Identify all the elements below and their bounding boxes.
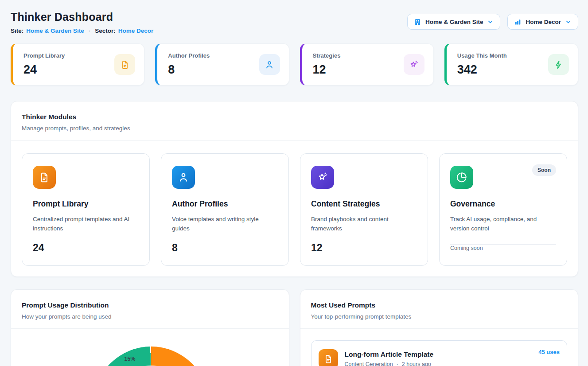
sector-label: Sector: [95,27,116,34]
module-description: Centralized prompt templates and AI inst… [33,215,139,234]
prompt-time: 2 hours ago [402,361,431,366]
star-sparkle-icon [311,166,334,189]
stat-label: Usage This Month [457,52,507,59]
list-item-long-form-article[interactable]: Long-form Article Template Content Gener… [311,340,568,366]
stat-value: 8 [168,63,210,77]
site-label: Site: [11,27,23,34]
stat-text: Usage This Month 342 [457,52,507,77]
panel-subtitle: Manage prompts, profiles, and strategies [22,125,567,132]
module-description: Voice templates and writing style guides [172,215,278,234]
prompt-meta: Content Generation · 2 hours ago [345,361,532,366]
breadcrumb: Site: Home & Garden Site · Sector: Home … [11,27,153,34]
stat-text: Prompt Library 24 [23,52,65,77]
prompt-usage-distribution-card: Prompt Usage Distribution How your promp… [11,289,289,366]
prompt-title: Long-form Article Template [345,350,532,358]
module-description: Brand playbooks and content frameworks [311,215,417,234]
module-count: 8 [172,242,178,254]
panel-header: Thinker Modules Manage prompts, profiles… [11,101,578,140]
module-card-prompt-library[interactable]: Prompt Library Centralized prompt templa… [22,153,150,266]
stat-card-strategies: Strategies 12 [300,43,434,86]
module-card-author-profiles[interactable]: Author Profiles Voice templates and writ… [161,153,289,266]
document-icon [319,349,338,366]
user-icon [172,166,195,189]
coming-soon-label: Coming soon [450,245,483,251]
stat-card-author-profiles: Author Profiles 8 [155,43,289,86]
user-icon [259,54,280,75]
sector-link[interactable]: Home Decor [118,27,154,34]
donut-ring [93,347,209,366]
most-used-prompts-card: Most Used Prompts Your top-performing pr… [300,289,579,366]
module-card-content-strategies[interactable]: Content Strategies Brand playbooks and c… [300,153,428,266]
chevron-down-icon [487,19,494,25]
stat-card-usage: Usage This Month 342 [444,43,578,86]
bar-chart-icon [514,18,522,26]
stat-label: Author Profiles [168,52,210,59]
sector-selector-button[interactable]: Home Decor [507,14,578,30]
prompt-text: Long-form Article Template Content Gener… [345,350,532,366]
bottom-row: Prompt Usage Distribution How your promp… [11,289,578,366]
module-count: 24 [33,242,44,254]
module-count: 12 [311,242,323,254]
card-subtitle: Your top-performing prompt templates [311,313,568,320]
star-sparkle-icon [404,54,424,75]
dot-separator: · [397,361,398,366]
module-title: Author Profiles [172,199,278,209]
module-title: Governance [450,199,556,209]
document-icon [114,54,135,75]
module-card-governance[interactable]: Soon Governance Track AI usage, complian… [439,153,567,266]
stat-value: 12 [313,63,341,77]
module-title: Content Strategies [311,199,417,209]
dot-separator: · [89,27,91,34]
page-header: Thinker Dashboard Site: Home & Garden Si… [11,11,578,34]
prompt-list: Long-form Article Template Content Gener… [300,329,578,366]
thinker-modules-panel: Thinker Modules Manage prompts, profiles… [11,101,578,277]
card-header: Prompt Usage Distribution How your promp… [11,290,289,328]
header-controls: Home & Garden Site Home Decor [407,14,578,30]
card-header: Most Used Prompts Your top-performing pr… [300,290,578,328]
building-icon [414,18,421,26]
stat-value: 342 [457,63,507,77]
site-selector-label: Home & Garden Site [425,19,483,25]
panel-title: Thinker Modules [22,113,567,121]
sector-selector-label: Home Decor [526,19,561,25]
lightning-icon [548,54,569,75]
stat-card-prompt-library: Prompt Library 24 [11,43,144,86]
divider [11,328,289,329]
card-title: Prompt Usage Distribution [22,301,278,309]
card-subtitle: How your prompts are being used [22,313,278,320]
stat-text: Strategies 12 [313,52,341,77]
stat-text: Author Profiles 8 [168,52,210,77]
stat-label: Strategies [313,52,341,59]
stats-row: Prompt Library 24 Author Profiles 8 Stra… [11,43,578,86]
prompt-category: Content Generation [345,361,393,366]
module-title: Prompt Library [33,199,139,209]
dashboard-page: Thinker Dashboard Site: Home & Garden Si… [0,0,588,366]
card-title: Most Used Prompts [311,301,568,309]
divider [450,244,556,245]
header-title-block: Thinker Dashboard Site: Home & Garden Si… [11,11,153,34]
donut-chart: 15% [93,347,209,366]
soon-badge: Soon [532,164,556,176]
stat-label: Prompt Library [23,52,65,59]
site-link[interactable]: Home & Garden Site [26,27,84,34]
uses-badge: 45 uses [538,349,560,355]
module-description: Track AI usage, compliance, and version … [450,215,556,234]
document-icon [33,166,56,189]
pie-chart-icon [450,166,473,189]
donut-segment-label: 15% [124,356,135,362]
chevron-down-icon [565,19,572,25]
site-selector-button[interactable]: Home & Garden Site [407,14,501,30]
modules-grid: Prompt Library Centralized prompt templa… [11,141,578,276]
page-title: Thinker Dashboard [11,11,153,23]
stat-value: 24 [23,63,65,77]
